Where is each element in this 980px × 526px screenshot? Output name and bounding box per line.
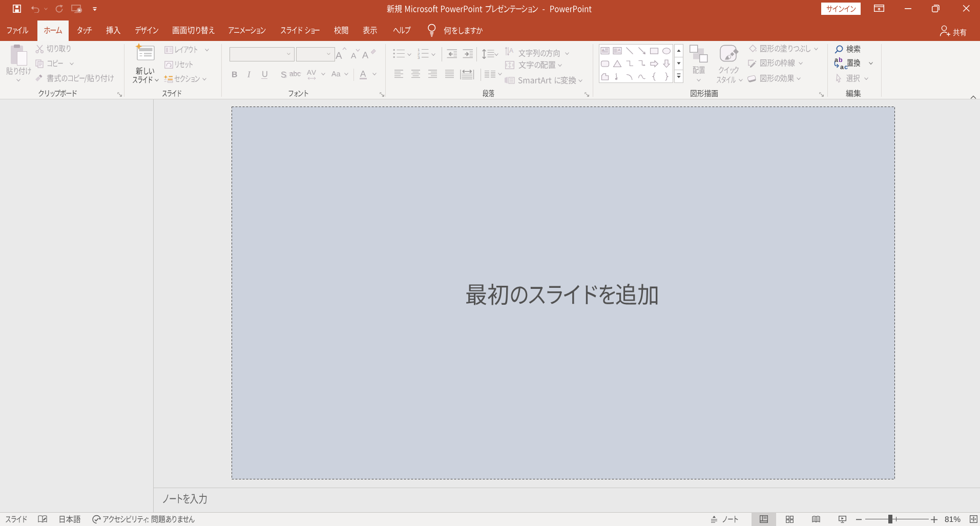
svg-text:A: A	[618, 48, 620, 52]
svg-text:3: 3	[418, 55, 420, 59]
svg-text:A: A	[509, 47, 513, 54]
